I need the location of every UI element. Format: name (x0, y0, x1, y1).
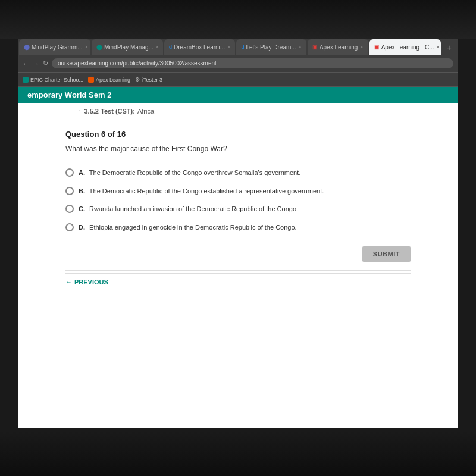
tab-apex-learning[interactable]: ▣ Apex Learning × (308, 39, 368, 55)
radio-b[interactable] (65, 187, 74, 195)
divider (65, 270, 411, 271)
answer-option-a[interactable]: A. The Democratic Republic of the Congo … (65, 168, 411, 178)
radio-a[interactable] (65, 168, 74, 177)
apex-bookmark-icon (88, 77, 94, 83)
breadcrumb: ↑ 3.5.2 Test (CST): Africa (18, 103, 458, 120)
question-number: Question 6 of 16 (65, 130, 411, 139)
submit-area: SUBMIT (65, 240, 411, 268)
gear-icon: ⚙ (135, 76, 140, 83)
answer-option-b[interactable]: B. The Democratic Republic of the Congo … (65, 186, 411, 196)
breadcrumb-arrow-icon: ↑ (77, 108, 81, 115)
tab-lets-play[interactable]: d Let's Play Dream... × (236, 39, 306, 55)
submit-button[interactable]: SUBMIT (362, 246, 411, 262)
tab-dreambox-learn[interactable]: d DreamBox Learni... × (164, 39, 235, 55)
screen-wrapper: ⬤ MindPlay Gramm... × ⬤ MindPlay Manag..… (18, 36, 458, 428)
footer-nav: ← PREVIOUS (65, 273, 411, 290)
bookmark-apex[interactable]: Apex Learning (88, 77, 130, 83)
previous-button[interactable]: ← PREVIOUS (65, 278, 108, 286)
course-header: emporary World Sem 2 (18, 87, 458, 103)
radio-c[interactable] (65, 205, 74, 213)
epic-bookmark-icon (23, 77, 29, 83)
answer-option-c[interactable]: C. Rwanda launched an invasion of the De… (65, 204, 411, 214)
address-bar: ← → ↻ (18, 55, 458, 73)
tab-mindplay-gramm[interactable]: ⬤ MindPlay Gramm... × (19, 39, 90, 55)
url-input[interactable] (52, 58, 453, 68)
new-tab-button[interactable]: + (442, 40, 456, 55)
radio-d[interactable] (65, 223, 74, 231)
tab-mindplay-manage[interactable]: ⬤ MindPlay Manag... × (92, 39, 163, 55)
tab-apex-learning-c[interactable]: ▣ Apex Learning - C... × (369, 39, 441, 55)
bookmark-epic[interactable]: EPIC Charter Schoo... (23, 77, 83, 83)
left-arrow-icon: ← (65, 278, 72, 286)
answer-option-d[interactable]: D. Ethiopia engaged in genocide in the D… (65, 223, 411, 233)
bookmark-itester[interactable]: ⚙ iTester 3 (135, 76, 162, 83)
question-text: What was the major cause of the First Co… (65, 145, 411, 159)
bookmarks-bar: EPIC Charter Schoo... Apex Learning ⚙ iT… (18, 73, 458, 87)
